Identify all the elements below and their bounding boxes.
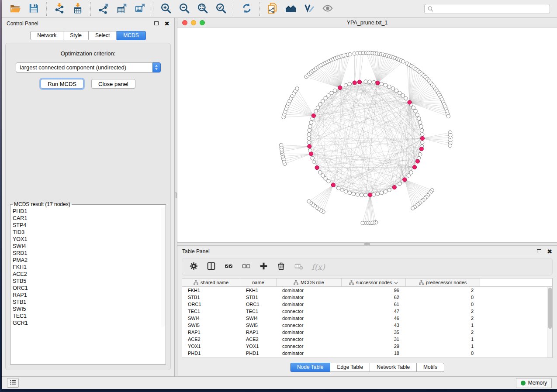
network-node[interactable] — [401, 94, 405, 97]
network-node[interactable] — [421, 133, 424, 136]
network-node[interactable] — [321, 100, 325, 103]
network-node[interactable] — [420, 128, 424, 132]
leaf-node[interactable] — [348, 52, 352, 56]
network-node[interactable] — [307, 137, 311, 140]
mcds-result-item[interactable]: YOX1 — [13, 236, 161, 243]
network-node[interactable] — [417, 117, 421, 120]
network-node[interactable] — [308, 128, 311, 132]
network-canvas[interactable] — [177, 28, 557, 242]
mcds-hub-node[interactable] — [412, 165, 416, 169]
network-node[interactable] — [407, 174, 410, 177]
table-row[interactable]: PHD1PHD1dominator180 — [182, 350, 552, 357]
network-node[interactable] — [307, 141, 311, 144]
mcds-result-item[interactable]: FKH1 — [13, 264, 161, 271]
mcds-hub-node[interactable] — [403, 178, 407, 182]
mcds-hub-node[interactable] — [376, 81, 380, 85]
mcds-result-item[interactable]: SWI4 — [13, 243, 161, 250]
import-table-button[interactable] — [69, 1, 87, 16]
mcds-result-item[interactable]: TID3 — [13, 229, 161, 236]
tab-edge-table[interactable]: Edge Table — [330, 363, 370, 372]
export-table-button[interactable] — [113, 1, 131, 16]
mcds-result-item[interactable]: STP4 — [13, 222, 161, 229]
network-node[interactable] — [312, 160, 316, 164]
refresh-button[interactable] — [238, 1, 256, 16]
network-node[interactable] — [316, 106, 319, 110]
mcds-hub-node[interactable] — [415, 159, 419, 163]
network-node[interactable] — [414, 110, 417, 113]
network-node[interactable] — [311, 156, 314, 160]
network-node[interactable] — [394, 89, 398, 92]
horizontal-splitter[interactable] — [177, 242, 557, 246]
network-node[interactable] — [308, 148, 312, 152]
leaf-node[interactable] — [295, 87, 299, 90]
network-node[interactable] — [321, 174, 325, 177]
network-node[interactable] — [380, 191, 383, 195]
table-row[interactable]: ORC1ORC1dominator610 — [182, 301, 552, 308]
leaf-node[interactable] — [279, 143, 283, 147]
split-panel-button[interactable] — [207, 261, 216, 272]
leaf-node[interactable] — [411, 206, 415, 210]
houses-button[interactable] — [282, 1, 300, 16]
mcds-hub-node[interactable] — [308, 144, 311, 148]
network-node[interactable] — [404, 96, 408, 100]
scrollbar-thumb[interactable] — [548, 288, 552, 329]
network-node[interactable] — [324, 177, 327, 180]
tab-network-table[interactable]: Network Table — [370, 363, 417, 372]
table-row[interactable]: STB1STB1dominator620 — [182, 294, 552, 301]
network-node[interactable] — [318, 103, 322, 106]
network-node[interactable] — [364, 193, 367, 197]
column-header-successor-nodes[interactable]: successor nodes — [342, 279, 406, 286]
splitter-handle[interactable] — [175, 193, 177, 198]
tab-motifs[interactable]: Motifs — [417, 363, 444, 372]
task-history-button[interactable] — [7, 378, 19, 388]
network-node[interactable] — [340, 188, 344, 192]
close-panel-icon[interactable]: ✖ — [547, 249, 552, 254]
column-header-MCDS-role[interactable]: MCDS role — [277, 279, 342, 286]
network-node[interactable] — [419, 120, 422, 124]
network-node[interactable] — [314, 110, 318, 113]
add-row-button[interactable] — [259, 261, 268, 272]
mcds-result-item[interactable]: RAP1 — [13, 292, 161, 299]
minimize-window-icon[interactable] — [191, 20, 196, 25]
mcds-list-scrollbar[interactable] — [161, 207, 166, 327]
maximize-window-icon[interactable] — [200, 20, 205, 25]
table-row[interactable]: YOX1YOX1connector291 — [182, 343, 552, 350]
mcds-hub-node[interactable] — [408, 100, 412, 104]
network-node[interactable] — [344, 83, 347, 87]
mcds-hub-node[interactable] — [309, 152, 313, 156]
network-node[interactable] — [368, 80, 371, 83]
close-panel-button[interactable]: Close panel — [91, 79, 135, 89]
mcds-hub-node[interactable] — [357, 80, 361, 84]
network-node[interactable] — [330, 91, 333, 95]
network-node[interactable] — [309, 120, 313, 124]
splitter-handle[interactable] — [364, 243, 370, 245]
mcds-result-item[interactable]: SRD1 — [13, 250, 161, 257]
network-node[interactable] — [318, 171, 322, 174]
network-node[interactable] — [307, 133, 311, 136]
save-button[interactable] — [24, 1, 43, 16]
search-input[interactable] — [424, 4, 550, 14]
network-node[interactable] — [308, 124, 312, 128]
select-all-button[interactable] — [224, 261, 233, 272]
optimization-criterion-select[interactable]: largest connected component (undirected) — [16, 62, 161, 72]
close-window-icon[interactable] — [182, 20, 187, 25]
network-node[interactable] — [398, 182, 401, 186]
run-mcds-button[interactable]: Run MCDS — [41, 79, 83, 89]
leaf-node[interactable] — [401, 60, 405, 63]
network-node[interactable] — [324, 96, 327, 100]
table-settings-button[interactable] — [189, 261, 198, 272]
mcds-hub-node[interactable] — [420, 136, 424, 140]
network-view[interactable] — [177, 28, 557, 242]
network-node[interactable] — [387, 188, 391, 192]
leaf-node[interactable] — [446, 114, 450, 118]
network-node[interactable] — [327, 179, 330, 183]
delete-row-button[interactable] — [277, 261, 286, 272]
mcds-hub-node[interactable] — [353, 81, 356, 85]
tab-style[interactable]: Style — [63, 31, 89, 40]
network-node[interactable] — [391, 87, 394, 90]
network-node[interactable] — [376, 192, 379, 196]
export-network-button[interactable] — [94, 1, 113, 16]
network-node[interactable] — [421, 141, 424, 144]
column-header-name[interactable]: name — [240, 279, 277, 286]
leaf-node[interactable] — [361, 221, 364, 225]
